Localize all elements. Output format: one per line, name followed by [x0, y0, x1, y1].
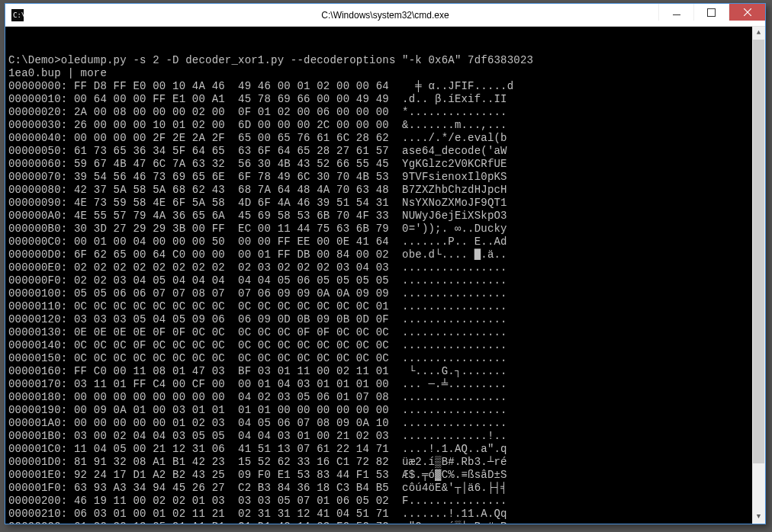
scroll-thumb[interactable] [753, 40, 764, 463]
window-title: C:\Windows\system32\cmd.exe [5, 10, 765, 21]
minimize-button[interactable] [658, 4, 693, 21]
window-controls [658, 4, 765, 26]
scroll-up-button[interactable]: ▲ [752, 27, 765, 40]
scroll-down-button[interactable]: ▼ [752, 511, 765, 524]
cmd-window: C:\ C:\Windows\system32\cmd.exe C:\Demo>… [5, 3, 766, 524]
cmd-icon: C:\ [11, 9, 24, 21]
close-button[interactable] [729, 4, 765, 21]
maximize-button[interactable] [693, 4, 729, 21]
terminal-area[interactable]: C:\Demo>oledump.py -s 2 -D decoder_xor1.… [5, 27, 765, 524]
svg-text:C:\: C:\ [13, 11, 24, 19]
scrollbar[interactable]: ▲ ▼ [752, 27, 765, 524]
terminal-content: C:\Demo>oledump.py -s 2 -D decoder_xor1.… [8, 54, 762, 524]
scroll-track[interactable] [752, 40, 765, 511]
titlebar[interactable]: C:\ C:\Windows\system32\cmd.exe [5, 4, 765, 27]
